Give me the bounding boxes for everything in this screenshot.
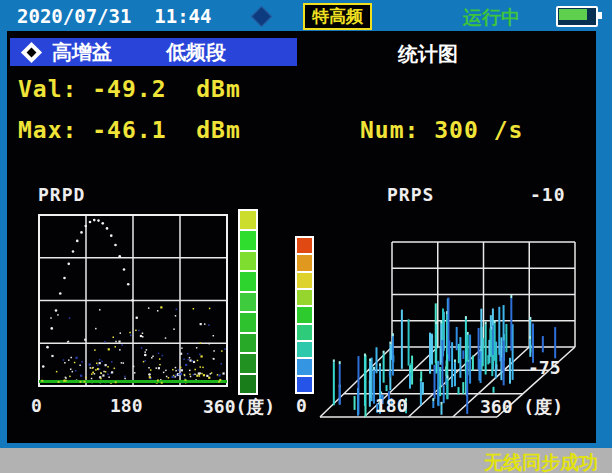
top-status-bar: 2020/07/31 11:44 特高频 运行中 <box>0 0 612 31</box>
num-unit: /s <box>494 117 524 143</box>
prps-chart-title: PRPS <box>387 184 434 205</box>
band-mode-label[interactable]: 低频段 <box>166 39 226 66</box>
battery-icon <box>556 6 598 27</box>
colorbar-block <box>240 313 256 331</box>
num-reading: Num: 300 /s <box>360 117 523 143</box>
main-panel: 高增益 低频段 统计图 Val: -49.2 dBm Max: -46.1 dB… <box>7 31 596 443</box>
device-screen: 2020/07/31 11:44 特高频 运行中 高增益 低频段 统计图 Val… <box>0 0 612 473</box>
max-unit: dBm <box>196 117 241 143</box>
prps-tick-0: 0 <box>296 395 307 416</box>
diamond-icon <box>251 6 272 27</box>
running-status-label: 运行中 <box>463 5 520 31</box>
prps-tick-360: 360 (度) <box>480 395 563 419</box>
val-unit: dBm <box>196 76 241 102</box>
prpd-tick-180: 180 <box>110 395 143 416</box>
prpd-chart <box>38 213 228 391</box>
prpd-colorbar <box>238 209 258 395</box>
colorbar-block <box>240 334 256 352</box>
battery-tip <box>598 12 602 19</box>
mode-badge-uhf[interactable]: 特高频 <box>303 3 372 30</box>
colorbar-block <box>240 272 256 290</box>
num-label: Num: <box>360 117 419 143</box>
prpd-chart-title: PRPD <box>38 184 85 205</box>
mode-header-bar[interactable]: 高增益 低频段 <box>10 38 297 66</box>
colorbar-block <box>240 375 256 393</box>
battery-fill <box>559 9 587 20</box>
prpd-tick-360: 360(度) <box>203 395 275 419</box>
max-label: Max: <box>18 117 77 143</box>
val-reading: Val: -49.2 dBm <box>18 76 241 102</box>
colorbar-block <box>240 354 256 372</box>
val-label: Val: <box>18 76 77 102</box>
gain-mode-label[interactable]: 高增益 <box>52 39 112 66</box>
prpd-tick-0: 0 <box>31 395 42 416</box>
datetime-label: 2020/07/31 11:44 <box>17 5 211 27</box>
prps-tick-180: 180 <box>375 395 408 416</box>
prps-chart <box>305 209 596 426</box>
val-value: -49.2 <box>92 76 166 102</box>
wireless-sync-status: 无线同步成功 <box>484 450 598 473</box>
max-value: -46.1 <box>92 117 166 143</box>
colorbar-block <box>240 211 256 229</box>
footer-bar: 无线同步成功 <box>0 448 612 473</box>
selector-diamond-icon <box>21 41 42 62</box>
colorbar-block <box>240 293 256 311</box>
colorbar-block <box>240 252 256 270</box>
view-title-statistics[interactable]: 统计图 <box>398 41 458 68</box>
num-value: 300 <box>434 117 479 143</box>
prps-scale-top-value: -10 <box>530 184 566 205</box>
colorbar-block <box>240 231 256 249</box>
max-reading: Max: -46.1 dBm <box>18 117 241 143</box>
